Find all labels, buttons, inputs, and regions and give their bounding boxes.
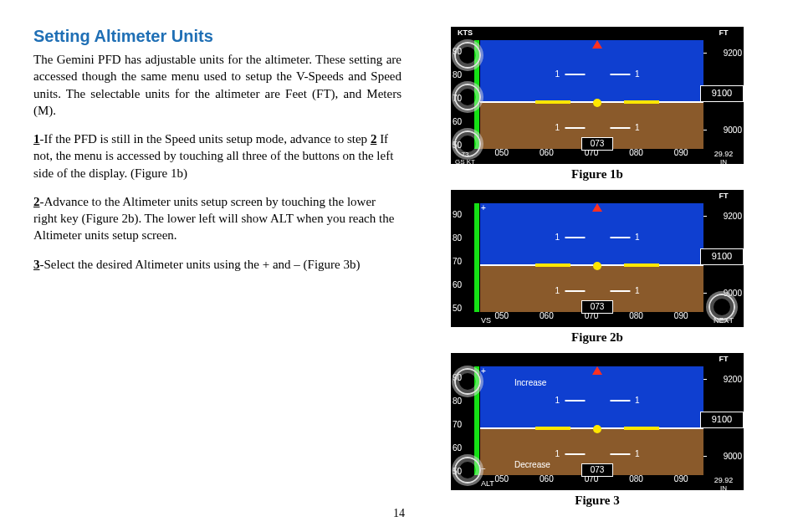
heading-readout: 073	[581, 137, 613, 151]
section-title: Setting Altimeter Units	[33, 27, 402, 46]
intro-paragraph: The Gemini PFD has adjustable units for …	[33, 51, 402, 119]
figure-1b: 11 11 KTS 90 80 70 60 50 FT 9200 9100 90…	[451, 27, 744, 182]
step-1-number: 1	[33, 132, 40, 146]
pfd-display-1b: 11 11 KTS 90 80 70 60 50 FT 9200 9100 90…	[451, 27, 744, 164]
touch-increase-button[interactable]	[454, 368, 481, 395]
figure-2b-caption: Figure 2b	[451, 330, 744, 345]
figure-3: 11 11 + − Increase Decrease 90 80 70 60 …	[451, 353, 744, 508]
softkey-alt[interactable]: ALT	[481, 479, 494, 488]
touch-indicator-icon[interactable]	[454, 130, 481, 157]
figure-3-caption: Figure 3	[451, 494, 744, 508]
step-3: 3-Select the desired Altimeter units usi…	[33, 256, 402, 273]
altitude-tape: FT 9200 9100 9000 9100	[703, 353, 744, 490]
figure-2b: 11 11 + 90 80 70 60 50 FT 9200 9100 90	[451, 190, 744, 345]
roll-pointer-icon	[592, 40, 602, 49]
roll-pointer-icon	[592, 366, 602, 375]
plus-label: +	[481, 204, 486, 212]
step-3-number: 3	[33, 258, 40, 271]
step-2-number: 2	[33, 195, 40, 208]
touch-indicator-icon[interactable]	[708, 294, 735, 320]
pfd-display-2b: 11 11 + 90 80 70 60 50 FT 9200 9100 90	[451, 190, 744, 327]
touch-decrease-button[interactable]	[454, 457, 481, 483]
increase-label: Increase	[514, 378, 546, 387]
step-2: 2-Advance to the Altimeter units setup s…	[33, 193, 402, 244]
altitude-units-label: FT	[703, 27, 744, 38]
softkey-bottom-left[interactable]: VS	[481, 316, 491, 325]
touch-indicator-icon[interactable]	[454, 42, 481, 69]
touch-indicator-icon[interactable]	[454, 84, 481, 110]
plus-label: +	[481, 367, 486, 376]
altitude-tape: FT 9200 9100 9000 9100	[703, 27, 744, 164]
softkey-bottom-right[interactable]: 29.92IN	[703, 151, 744, 164]
step-1: 1-If the PFD is still in the Speed units…	[33, 130, 402, 182]
figure-1b-caption: Figure 1b	[451, 167, 744, 182]
speed-units-label: KTS	[451, 27, 479, 38]
altitude-readout: 9100	[700, 85, 744, 102]
pfd-display-3: 11 11 + − Increase Decrease 90 80 70 60 …	[451, 353, 744, 490]
roll-pointer-icon	[592, 203, 602, 212]
page-number: 14	[0, 507, 798, 520]
decrease-label: Decrease	[514, 460, 550, 469]
softkey-bottom-right[interactable]: 29.92IN	[703, 477, 744, 490]
